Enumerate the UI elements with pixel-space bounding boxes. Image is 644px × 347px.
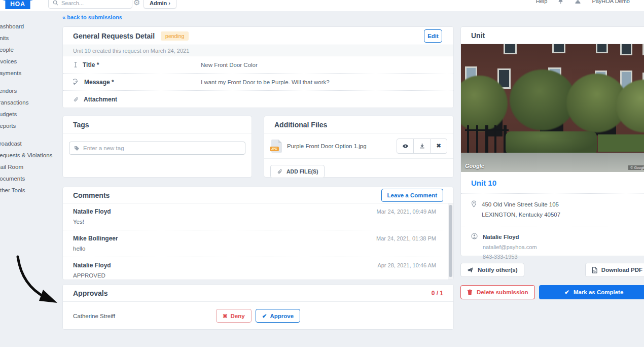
sidebar-item-vendors[interactable]: Vendors xyxy=(0,85,66,96)
account-name[interactable]: PayHOA Demo xyxy=(592,0,630,4)
comment-author: Mike Bollingeer xyxy=(73,235,118,242)
comments-list: Natalie Floyd Mar 24, 2021, 09:49 AM Yes… xyxy=(63,203,453,280)
sidebar-nav: Dashboard Units People Invoices Payments… xyxy=(0,20,66,196)
bell-icon[interactable] xyxy=(557,0,564,5)
sidebar-item-budgets[interactable]: Budgets xyxy=(0,108,66,120)
sidebar-item-broadcast[interactable]: Broadcast xyxy=(0,137,66,149)
title-field-value: New Front Door Color xyxy=(201,62,258,68)
paperclip-icon xyxy=(73,96,79,103)
approve-label: Approve xyxy=(270,313,294,319)
trash-icon xyxy=(467,289,473,295)
title-field-row: Title * New Front Door Color xyxy=(63,56,453,74)
created-note: Unit 10 created this request on March 24… xyxy=(63,45,453,56)
approvals-count: 0 / 1 xyxy=(432,290,443,297)
comment-text: Yes! xyxy=(73,219,436,225)
sidebar-item-reports[interactable]: Reports xyxy=(0,120,66,131)
unit-address-row: 450 Old Vine Street Suite 105 LEXINGTON,… xyxy=(461,194,644,226)
file-actions: ✖ xyxy=(397,138,447,154)
comment-timestamp: Mar 24, 2021, 01:38 PM xyxy=(376,235,436,241)
request-detail-header: General Requests Detail pending Edit xyxy=(63,27,453,45)
leave-comment-button[interactable]: Leave a Comment xyxy=(381,189,443,202)
tag-icon xyxy=(74,146,80,151)
address-line-2: LEXINGTON, Kentucky 40507 xyxy=(482,210,560,220)
user-icon[interactable] xyxy=(575,0,582,5)
download-icon xyxy=(419,143,425,149)
sidebar-item-documents[interactable]: Documents xyxy=(0,172,66,184)
sidebar-item-people[interactable]: People xyxy=(0,44,66,55)
add-files-button[interactable]: ADD FILE(S) xyxy=(270,165,325,178)
scrollbar-thumb[interactable] xyxy=(449,205,452,277)
comments-scrollbar[interactable] xyxy=(448,203,453,280)
logo-text: HOA xyxy=(10,1,25,8)
title-field-label: Title * xyxy=(83,61,99,68)
street-view-image[interactable]: Google © Google xyxy=(461,44,644,172)
comment-timestamp: Mar 24, 2021, 09:49 AM xyxy=(377,209,436,215)
mark-complete-button[interactable]: ✔ Mark as Complete xyxy=(539,285,644,299)
comment-text: APPROVED xyxy=(73,272,436,279)
tags-card: Tags xyxy=(62,116,252,178)
sidebar-item-payments[interactable]: Payments xyxy=(0,67,66,79)
delete-submission-button[interactable]: Delete submission xyxy=(460,285,535,299)
download-file-button[interactable] xyxy=(413,138,431,154)
attachment-field-label: Attachment xyxy=(84,96,117,103)
search-input[interactable] xyxy=(61,0,122,6)
add-files-label: ADD FILE(S) xyxy=(287,168,318,175)
additional-files-card: Additional Files JPG Purple Front Door O… xyxy=(264,116,454,178)
edit-button[interactable]: Edit xyxy=(424,29,442,43)
address-line-1: 450 Old Vine Street Suite 105 xyxy=(482,200,560,210)
view-file-button[interactable] xyxy=(397,138,414,154)
x-icon: ✖ xyxy=(436,143,441,149)
contact-name: Natalie Floyd xyxy=(483,232,537,242)
unit-title: Unit xyxy=(471,31,485,40)
sidebar-item-requests-violations[interactable]: Requests & Violations xyxy=(0,149,66,161)
request-detail-card: General Requests Detail pending Edit Uni… xyxy=(62,26,454,108)
sidebar-item-mail-room[interactable]: Mail Room xyxy=(0,161,66,172)
top-right-cluster: Help PayHOA Demo xyxy=(536,0,630,7)
files-title: Additional Files xyxy=(274,121,327,129)
sidebar-item-invoices[interactable]: Invoices xyxy=(0,55,66,67)
help-link[interactable]: Help xyxy=(536,0,548,4)
comments-card: Comments Leave a Comment Natalie Floyd M… xyxy=(62,187,454,280)
map-pin-icon xyxy=(471,200,477,220)
paper-plane-icon xyxy=(467,267,474,273)
sidebar-item-other-tools[interactable]: Other Tools xyxy=(0,184,66,196)
annotation-arrow xyxy=(8,254,63,309)
gear-icon[interactable]: ⚙ xyxy=(133,0,140,7)
notify-others-button[interactable]: Notify other(s) xyxy=(460,263,524,277)
approvals-card: Approvals 0 / 1 Catherine Streiff ✖ Deny… xyxy=(62,284,454,330)
sidebar-item-units[interactable]: Units xyxy=(0,32,66,44)
google-watermark: Google xyxy=(465,163,484,169)
global-search[interactable] xyxy=(48,0,132,9)
comment-author: Natalie Floyd xyxy=(73,208,111,215)
delete-submission-label: Delete submission xyxy=(477,289,528,295)
top-bar: HOA ⚙ Admin › Help PayHOA Demo xyxy=(0,0,644,11)
comment-timestamp: Apr 28, 2021, 10:46 AM xyxy=(377,262,436,268)
unit-info: Unit 10 450 Old Vine Street Suite 105 LE… xyxy=(461,172,644,268)
message-field-label: Message * xyxy=(84,79,114,86)
x-icon: ✖ xyxy=(223,313,228,320)
page-title: General Requests Detail xyxy=(73,32,155,40)
back-to-submissions-link[interactable]: « back to submissions xyxy=(62,14,122,20)
contact-phone: 843-333-1953 xyxy=(483,252,537,262)
deny-button[interactable]: ✖ Deny xyxy=(216,309,252,323)
eye-icon xyxy=(402,144,409,149)
download-pdf-label: Download PDF xyxy=(601,267,642,273)
attachment-field-row: Attachment xyxy=(63,91,453,108)
approve-button[interactable]: ✔ Approve xyxy=(256,309,300,323)
unit-card: Unit Google © Google Unit 1 xyxy=(460,26,644,256)
download-pdf-button[interactable]: Download PDF xyxy=(585,263,644,277)
sidebar-item-transactions[interactable]: Transactions xyxy=(0,96,66,108)
comment-text: hello xyxy=(73,246,436,252)
tags-title: Tags xyxy=(73,121,89,129)
unit-link[interactable]: Unit 10 xyxy=(461,172,644,194)
payhoa-logo[interactable]: HOA xyxy=(3,0,33,9)
paperclip-icon xyxy=(277,168,283,175)
google-copyright: © Google xyxy=(628,165,644,170)
notify-others-label: Notify other(s) xyxy=(478,267,518,273)
contact-email: natalief@payhoa.com xyxy=(483,242,537,253)
sidebar-item-dashboard[interactable]: Dashboard xyxy=(0,20,66,32)
comment-author: Natalie Floyd xyxy=(73,262,111,269)
admin-menu-button[interactable]: Admin › xyxy=(144,0,176,9)
remove-file-button[interactable]: ✖ xyxy=(430,138,447,154)
new-tag-input[interactable] xyxy=(83,145,235,151)
